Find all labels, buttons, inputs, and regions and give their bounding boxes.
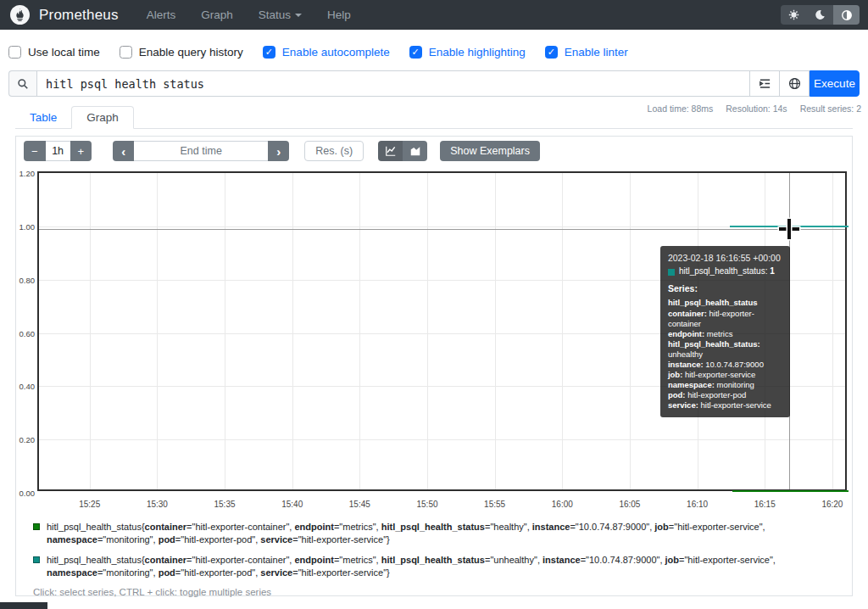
legend: hitl_psql_health_status{container="hitl-… xyxy=(33,521,834,597)
checkbox-label: Enable autocomplete xyxy=(282,46,390,59)
x-tick-label: 16:00 xyxy=(543,500,581,509)
gridline xyxy=(495,173,496,489)
checkbox-enable-autocomplete[interactable]: ✓Enable autocomplete xyxy=(263,46,390,59)
tooltip-value: 1 xyxy=(770,266,775,276)
graph-panel: − + ‹ › xyxy=(15,136,853,596)
show-exemplars-button[interactable]: Show Exemplars xyxy=(440,141,540,161)
prometheus-logo-icon xyxy=(10,5,30,25)
nav-link-status[interactable]: Status xyxy=(246,8,314,21)
tooltip-series-heading: Series: xyxy=(668,283,782,294)
end-time-input[interactable] xyxy=(134,141,268,161)
cursor-crosshair-icon xyxy=(779,219,799,239)
stacked-chart-toggle-button[interactable] xyxy=(403,141,427,161)
execute-button[interactable]: Execute xyxy=(810,70,860,97)
gridline xyxy=(427,173,428,489)
y-tick-label: 0.20 xyxy=(16,435,35,444)
y-tick-label: 0.60 xyxy=(16,329,35,338)
x-tick-label: 15:35 xyxy=(206,500,243,509)
metrics-explorer-button[interactable] xyxy=(780,70,810,97)
zoom-out-button[interactable]: − xyxy=(24,141,46,161)
tab-table[interactable]: Table xyxy=(15,106,71,128)
zoom-in-button[interactable]: + xyxy=(70,141,92,161)
legend-swatch xyxy=(33,523,40,530)
half-circle-icon xyxy=(841,9,853,21)
query-input[interactable] xyxy=(36,70,750,97)
x-tick-label: 15:40 xyxy=(274,500,311,509)
query-bar: Execute xyxy=(8,70,860,97)
tab-graph[interactable]: Graph xyxy=(71,106,134,129)
gridline xyxy=(225,173,225,489)
next-time-button[interactable]: › xyxy=(268,141,289,161)
y-tick-label: 0.00 xyxy=(16,489,35,498)
legend-series-label: hitl_psql_health_status{container="hitl-… xyxy=(47,521,834,546)
legend-hint: Click: select series, CTRL + click: togg… xyxy=(33,587,834,597)
y-tick-label: 1.20 xyxy=(16,169,35,178)
prev-time-button[interactable]: ‹ xyxy=(113,141,134,161)
checkbox-enable-query-history[interactable]: Enable query history xyxy=(120,46,243,59)
checkbox-enable-highlighting[interactable]: ✓Enable highlighting xyxy=(409,46,526,59)
tooltip-label-row: endpointmetrics xyxy=(668,329,782,339)
graph-canvas[interactable]: 15:2515:3015:3515:4015:4515:5015:5516:00… xyxy=(37,171,847,491)
nav-link-alerts[interactable]: Alerts xyxy=(134,8,189,21)
x-tick-label: 15:55 xyxy=(476,500,514,509)
tooltip-series-swatch xyxy=(668,269,675,276)
gridline xyxy=(359,173,360,489)
format-expression-button[interactable] xyxy=(750,70,780,97)
caret-down-icon xyxy=(295,14,302,17)
moon-icon xyxy=(815,9,826,20)
light-theme-button[interactable] xyxy=(781,5,807,25)
x-tick-label: 15:25 xyxy=(71,500,108,509)
checkbox-label: Enable highlighting xyxy=(429,46,526,59)
legend-swatch xyxy=(33,556,40,563)
gridline xyxy=(832,173,833,489)
app-title: Prometheus xyxy=(39,7,119,24)
gridline xyxy=(562,173,563,489)
checkbox-box[interactable] xyxy=(8,46,21,59)
x-tick-label: 15:50 xyxy=(409,500,446,509)
tooltip-label-row: namespacemonitoring xyxy=(668,380,782,390)
navbar: Prometheus AlertsGraphStatusHelp xyxy=(0,0,868,30)
tooltip-value-line: hitl_psql_health_status1 xyxy=(668,266,782,277)
partial-bottom-element xyxy=(0,602,47,609)
sun-icon xyxy=(788,9,799,20)
prometheus-app: Prometheus AlertsGraphStatusHelp xyxy=(0,0,868,609)
gridline xyxy=(292,173,293,489)
legend-series-label: hitl_psql_health_status{container="hitl-… xyxy=(47,554,834,579)
graph-controls: − + ‹ › xyxy=(24,141,540,161)
legend-item[interactable]: hitl_psql_health_status{container="hitl-… xyxy=(33,521,834,546)
x-tick-label: 15:45 xyxy=(341,500,378,509)
auto-theme-button[interactable] xyxy=(833,5,860,25)
legend-item[interactable]: hitl_psql_health_status{container="hitl-… xyxy=(33,554,834,579)
tooltip-label-row: jobhitl-exporter-service xyxy=(668,370,782,380)
dark-theme-button[interactable] xyxy=(807,5,833,25)
stacked-chart-icon xyxy=(409,145,421,157)
nav-links: AlertsGraphStatusHelp xyxy=(134,0,364,30)
tooltip-series-metric: hitl_psql_health_status xyxy=(668,298,782,309)
checkbox-label: Enable query history xyxy=(139,46,243,59)
checkbox-use-local-time[interactable]: Use local time xyxy=(8,46,100,59)
y-tick-label: 0.40 xyxy=(16,382,35,391)
x-tick-label: 16:10 xyxy=(679,500,716,509)
tooltip-label-row: servicehitl-exporter-service xyxy=(668,400,782,411)
checkbox-box[interactable]: ✓ xyxy=(263,46,275,59)
nav-link-help[interactable]: Help xyxy=(314,8,364,21)
checkbox-box[interactable] xyxy=(120,46,132,59)
load-time: Load time: 88ms xyxy=(648,103,714,114)
checkbox-enable-linter[interactable]: ✓Enable linter xyxy=(545,46,628,59)
format-icon xyxy=(759,77,771,90)
x-tick-label: 15:30 xyxy=(138,500,175,509)
checkbox-box[interactable]: ✓ xyxy=(545,46,558,59)
globe-icon xyxy=(788,77,801,90)
tooltip-label-row: hitl_psql_health_statusunhealthy xyxy=(668,339,782,360)
gridline xyxy=(39,439,845,440)
line-chart-toggle-button[interactable] xyxy=(378,141,403,161)
tooltip-timestamp: 2023-02-18 16:16:55 +00:00 xyxy=(668,253,782,264)
y-tick-label: 0.80 xyxy=(16,276,35,285)
nav-link-graph[interactable]: Graph xyxy=(188,8,246,21)
range-input[interactable] xyxy=(46,141,70,161)
resolution-input[interactable] xyxy=(304,141,364,161)
checkbox-box[interactable]: ✓ xyxy=(409,46,422,59)
gridline xyxy=(157,173,158,489)
search-addon xyxy=(8,70,36,97)
gridline xyxy=(90,173,91,489)
